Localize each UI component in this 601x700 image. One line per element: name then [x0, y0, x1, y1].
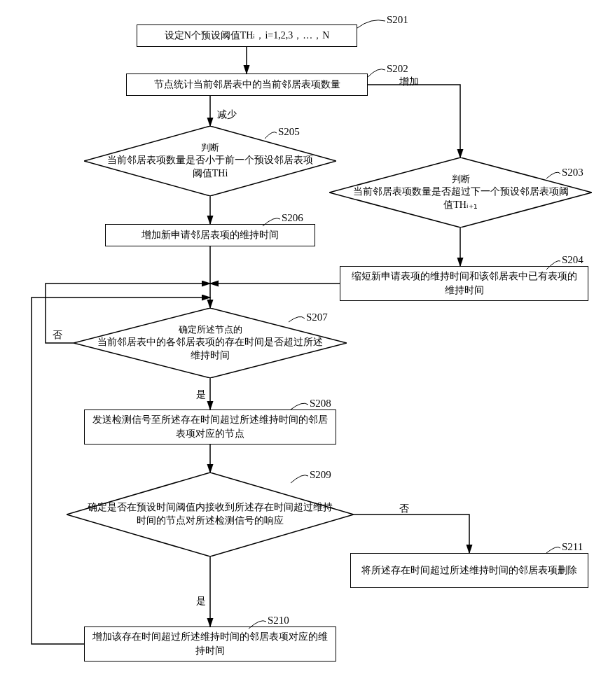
decision-head: 确定所述节点的 [95, 323, 326, 336]
edge-s209-yes: 是 [196, 595, 206, 608]
decision-head: 判断 [350, 173, 571, 186]
step-s208: 发送检测信号至所述存在时间超过所述维持时间的邻居表项对应的节点 [84, 410, 336, 444]
step-s211: 将所述存在时间超过所述维持时间的邻居表项删除 [350, 553, 588, 588]
label-s205: S205 [277, 126, 301, 138]
step-text: 增加新申请邻居表项的维持时间 [141, 228, 279, 242]
edge-s209-no: 否 [399, 503, 409, 515]
label-s206: S206 [280, 212, 305, 224]
label-s202: S202 [385, 63, 410, 75]
label-s211: S211 [560, 541, 584, 553]
edge-decrease: 减少 [217, 108, 237, 121]
label-s201: S201 [385, 14, 410, 26]
decision-text: 当前邻居表项数量是否小于前一个预设邻居表项阈值THi [105, 154, 315, 181]
decision-s209: 确定是否在预设时间阈值内接收到所述存在时间超过维持时间的节点对所述检测信号的响应 [67, 472, 354, 556]
step-s204: 缩短新申请表项的维持时间和该邻居表中已有表项的维持时间 [340, 266, 588, 301]
label-s208: S208 [308, 398, 333, 410]
label-s209: S209 [308, 469, 333, 481]
decision-head: 判断 [105, 141, 315, 154]
label-s207: S207 [305, 312, 329, 323]
decision-text: 当前邻居表项数量是否超过下一个预设邻居表项阈值THᵢ₊₁ [350, 186, 571, 212]
decision-text: 确定是否在预设时间阈值内接收到所述存在时间超过维持时间的节点对所述检测信号的响应 [88, 501, 333, 528]
edge-s207-yes: 是 [196, 388, 206, 401]
decision-text: 当前邻居表中的各邻居表项的存在时间是否超过所述维持时间 [95, 336, 326, 363]
edge-s207-no: 否 [53, 329, 62, 342]
step-text: 设定N个预设阈值THᵢ，i=1,2,3，…，N [165, 29, 330, 43]
step-s206: 增加新申请邻居表项的维持时间 [105, 224, 315, 246]
step-text: 节点统计当前邻居表中的当前邻居表项数量 [154, 78, 340, 92]
label-s204: S204 [560, 254, 585, 266]
step-text: 增加该存在时间超过所述维持时间的邻居表项对应的维持时间 [92, 630, 329, 657]
step-text: 发送检测信号至所述存在时间超过所述维持时间的邻居表项对应的节点 [92, 413, 329, 440]
label-s210: S210 [266, 615, 291, 626]
step-s210: 增加该存在时间超过所述维持时间的邻居表项对应的维持时间 [84, 626, 336, 662]
step-text: 缩短新申请表项的维持时间和该邻居表中已有表项的维持时间 [347, 270, 581, 297]
step-s202: 节点统计当前邻居表中的当前邻居表项数量 [126, 74, 368, 96]
edge-increase: 增加 [399, 76, 419, 88]
step-text: 将所述存在时间超过所述维持时间的邻居表项删除 [361, 564, 577, 578]
decision-s203: 判断 当前邻居表项数量是否超过下一个预设邻居表项阈值THᵢ₊₁ [329, 158, 592, 227]
step-s201: 设定N个预设阈值THᵢ，i=1,2,3，…，N [137, 24, 357, 47]
